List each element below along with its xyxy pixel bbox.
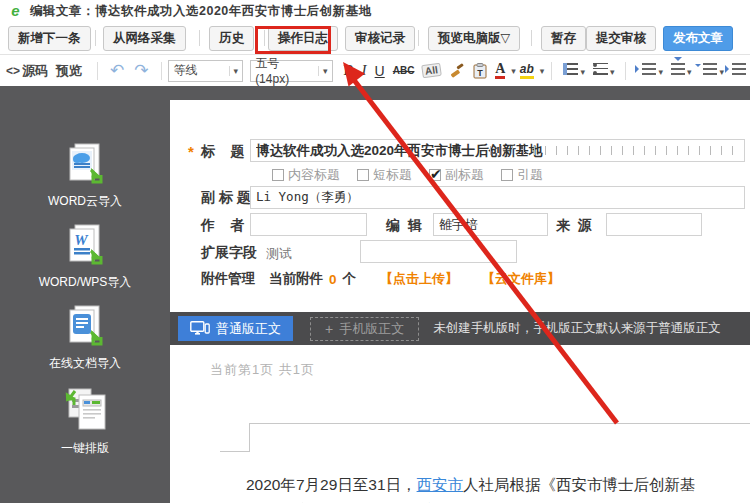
remove-format-button[interactable]: All <box>422 63 442 78</box>
undo-icon[interactable]: ↶ <box>110 60 124 81</box>
paragraph-spacing-icon[interactable] <box>671 63 685 75</box>
chevron-down-icon[interactable]: ▾ <box>540 66 545 76</box>
toolbar-divider <box>625 62 626 80</box>
bullet-list-icon[interactable] <box>593 63 608 75</box>
toolbar-divider <box>95 30 96 46</box>
source-input[interactable] <box>606 213 702 236</box>
toolbar-divider <box>199 30 200 46</box>
desktop-mobile-icon <box>190 321 210 336</box>
clipped-toolbar-icon[interactable] <box>732 63 746 75</box>
font-size-select[interactable]: 五号(14px) ▾ <box>250 60 332 82</box>
save-draft-button[interactable]: 暂存 <box>541 26 586 51</box>
city-link[interactable]: 西安市 <box>417 476 464 493</box>
chevron-down-icon[interactable]: ▾ <box>610 67 615 77</box>
editor-input[interactable] <box>433 213 548 236</box>
source-code-button[interactable]: <>源码 <box>6 62 48 80</box>
toolbar-divider <box>161 62 162 80</box>
sidebar-item-word-cloud-import[interactable]: WORD云导入 <box>48 142 122 210</box>
import-sidebar: WORD云导入 W WORD/WPS导入 在线文档导入 <box>0 86 170 503</box>
title-type-options: 内容标题 短标题 ✔副标题 引题 <box>272 166 560 184</box>
ordered-list-icon[interactable] <box>563 63 578 75</box>
indent-icon[interactable] <box>642 63 656 75</box>
operation-log-button[interactable]: 操作日志 <box>268 26 338 51</box>
checkbox-subtitle[interactable]: ✔副标题 <box>429 166 484 184</box>
bold-button[interactable]: B <box>344 62 354 79</box>
cloud-file-library-link[interactable]: 【云文件库】 <box>482 270 560 288</box>
editor-content-area[interactable]: 当前第1页 共1页 2020年7月29日至31日，西安市人社局根据《西安市博士后… <box>170 345 750 503</box>
browser-e-icon: e <box>8 4 23 19</box>
chevron-down-icon[interactable]: ▾ <box>658 67 663 77</box>
highlight-color-button[interactable]: ab <box>520 63 534 79</box>
tab-label: 普通版正文 <box>216 320 281 338</box>
page-title: 编辑文章：博达软件成功入选2020年西安市博士后创新基地 <box>30 3 372 20</box>
toolbar-divider <box>97 62 98 80</box>
tab-desktop-body[interactable]: 普通版正文 <box>178 316 293 341</box>
sidebar-item-one-click-format[interactable]: 一键排版 <box>59 385 111 457</box>
svg-text:T: T <box>477 67 483 77</box>
ext-field-input[interactable] <box>360 240 517 263</box>
review-record-button[interactable]: 审核记录 <box>345 26 415 51</box>
editor-toolbar: <>源码 预览 ↶ ↷ 等线 ▾ 五号(14px) ▾ B I U ABC Al… <box>0 55 750 86</box>
one-click-format-icon <box>59 385 111 435</box>
font-color-button[interactable]: A <box>495 62 505 79</box>
tab-add-mobile-body[interactable]: + 手机版正文 <box>310 317 419 341</box>
collect-from-web-button[interactable]: 从网络采集 <box>103 26 186 51</box>
toolbar-divider <box>418 30 419 46</box>
action-toolbar: 新增下一条 从网络采集 历史 操作日志 审核记录 预览电脑版▽ 暂存 提交审核 … <box>0 24 750 54</box>
content-version-tabbar: 普通版正文 + 手机版正文 未创建手机版时，手机版正文默认来源于普通版正文 <box>170 312 750 345</box>
add-next-button[interactable]: 新增下一条 <box>8 26 91 51</box>
preview-pc-button[interactable]: 预览电脑版▽ <box>428 26 520 51</box>
page-outline-step <box>220 451 250 452</box>
article-body-text: 2020年7月29日至31日，西安市人社局根据《西安市博士后创新基 西安市博士后… <box>190 472 750 503</box>
word-cloud-import-icon <box>61 142 109 188</box>
checkbox-content-title[interactable]: 内容标题 <box>272 166 340 184</box>
attachment-unit: 个 <box>343 270 357 288</box>
chevron-down-icon[interactable]: ▾ <box>511 66 516 76</box>
preview-button[interactable]: 预览 <box>56 62 82 80</box>
sidebar-item-label: WORD/WPS导入 <box>39 274 132 291</box>
toolbar-divider <box>264 30 265 46</box>
attachment-row: 附件管理 当前附件 0 个 【点击上传】 【云文件库】 <box>201 270 560 288</box>
source-label: 来 源 <box>556 217 592 235</box>
strikethrough-button[interactable]: ABC <box>393 65 415 76</box>
title-input[interactable] <box>250 139 745 162</box>
chevron-down-icon: ▾ <box>318 66 328 76</box>
checkbox-short-title[interactable]: 短标题 <box>357 166 412 184</box>
sidebar-item-word-wps-import[interactable]: W WORD/WPS导入 <box>39 223 132 291</box>
checkbox-icon <box>357 169 369 181</box>
checkbox-lead-title[interactable]: 引题 <box>501 166 543 184</box>
subtitle-label: 副 标 题 <box>201 189 251 207</box>
toolbar-divider <box>551 62 552 80</box>
subtitle-input[interactable] <box>250 186 745 209</box>
checkbox-checked-icon: ✔ <box>429 169 441 181</box>
submit-review-button[interactable]: 提交审核 <box>586 26 656 51</box>
article-form-panel: * 标 题 内容标题 短标题 ✔副标题 引题 副 标 题 作 者 编 辑 来 源… <box>170 100 750 312</box>
chevron-down-icon[interactable]: ▾ <box>580 67 585 77</box>
svg-text:W: W <box>74 232 89 248</box>
history-button[interactable]: 历史 <box>209 26 254 51</box>
chevron-down-icon[interactable]: ▾ <box>719 67 724 77</box>
line-height-icon[interactable] <box>703 63 717 75</box>
body-line: 西安市博士后创新基地管理办公室实地考察，西安博达软件股份有限公 <box>190 498 750 503</box>
online-doc-import-icon <box>61 304 109 350</box>
chevron-down-icon[interactable]: ▾ <box>687 67 692 77</box>
attachment-count: 0 <box>329 272 337 287</box>
mobile-version-hint: 未创建手机版时，手机版正文默认来源于普通版正文 <box>433 320 721 337</box>
page-outline <box>249 423 750 452</box>
code-brackets-icon: <> <box>6 64 20 78</box>
ext-field-label: 扩展字段 <box>201 244 257 262</box>
sidebar-item-online-doc-import[interactable]: 在线文档导入 <box>49 304 121 372</box>
upload-attachment-link[interactable]: 【点击上传】 <box>380 270 458 288</box>
font-family-select[interactable]: 等线 ▾ <box>168 60 243 82</box>
word-import-icon: W <box>61 223 109 269</box>
format-painter-icon[interactable] <box>449 63 465 79</box>
chevron-down-icon: ▾ <box>229 66 239 76</box>
editor-label: 编 辑 <box>386 217 422 235</box>
redo-icon[interactable]: ↷ <box>134 60 148 81</box>
paste-as-text-icon[interactable]: T <box>473 63 487 79</box>
italic-button[interactable]: I <box>362 62 367 79</box>
toolbar-divider <box>531 30 532 46</box>
underline-button[interactable]: U <box>375 63 385 79</box>
publish-button[interactable]: 发布文章 <box>663 26 733 51</box>
author-input[interactable] <box>250 213 367 236</box>
